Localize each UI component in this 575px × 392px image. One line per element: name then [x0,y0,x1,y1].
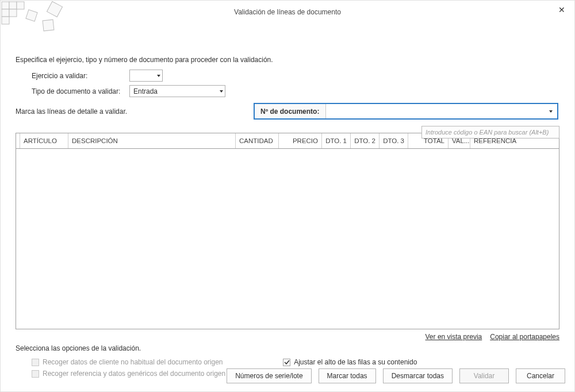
document-number-group: Nº de documento: [254,103,558,120]
grid-body [16,149,559,329]
chk-recoger-ref: Recoger referencia y datos genéricos del… [32,370,225,378]
col-descripcion[interactable]: DESCRIPCIÓN [68,133,236,148]
ndoc-dropdown[interactable] [326,104,557,118]
button-bar: Números de serie/lote Marcar todas Desma… [227,368,565,383]
close-icon[interactable]: ✕ [556,4,568,16]
titlebar: Validación de líneas de documento ✕ [1,1,574,24]
cancel-button[interactable]: Cancelar [516,368,565,383]
tipodoc-dropdown[interactable]: Entrada [129,85,225,97]
serial-lot-button[interactable]: Números de serie/lote [227,368,311,383]
tipodoc-label: Tipo de documento a validar: [32,87,129,95]
col-dto1[interactable]: DTO. 1 [322,133,351,148]
chevron-down-icon [157,75,160,77]
chevron-down-icon [220,90,223,93]
detail-grid[interactable]: ARTÍCULO DESCRIPCIÓN CANTIDAD PRECIO DTO… [16,133,559,329]
chevron-down-icon [549,110,553,113]
chk-ajustar-alto[interactable]: Ajustar el alto de las filas a su conten… [283,358,417,366]
checkbox-icon [32,370,39,378]
search-input[interactable]: Introduce código o EAN para buscar (Alt+… [421,126,559,139]
checkbox-checked-icon [283,359,290,366]
tipodoc-value: Entrada [133,87,158,95]
preview-link[interactable]: Ver en vista previa [425,333,482,341]
copy-clipboard-link[interactable]: Copiar al portapapeles [490,333,559,341]
unmark-all-button[interactable]: Desmarcar todas [383,368,453,383]
instruction-options: Selecciona las opciones de la validación… [16,344,559,352]
col-precio[interactable]: PRECIO [279,133,322,148]
col-articulo[interactable]: ARTÍCULO [20,133,68,148]
col-cantidad[interactable]: CANTIDAD [236,133,279,148]
ejercicio-dropdown[interactable] [129,70,163,82]
col-dto3[interactable]: DTO. 3 [379,133,408,148]
col-dto2[interactable]: DTO. 2 [351,133,379,148]
ndoc-label: Nº de documento: [255,104,326,118]
search-placeholder: Introduce código o EAN para buscar (Alt+… [425,129,549,136]
chk-recoger-cliente: Recoger datos de cliente no habitual del… [32,358,225,366]
instruction-specify: Especifica el ejejercio, tipo y número d… [16,56,559,64]
validate-button[interactable]: Validar [459,368,509,383]
mark-all-button[interactable]: Marcar todas [319,368,376,383]
ejercicio-label: Ejercicio a validar: [32,72,129,80]
window-title: Validación de líneas de documento [7,8,568,16]
dialog-window: Validación de líneas de documento ✕ Espe… [0,0,575,392]
checkbox-icon [32,359,39,366]
col-checkbox[interactable] [16,133,20,148]
